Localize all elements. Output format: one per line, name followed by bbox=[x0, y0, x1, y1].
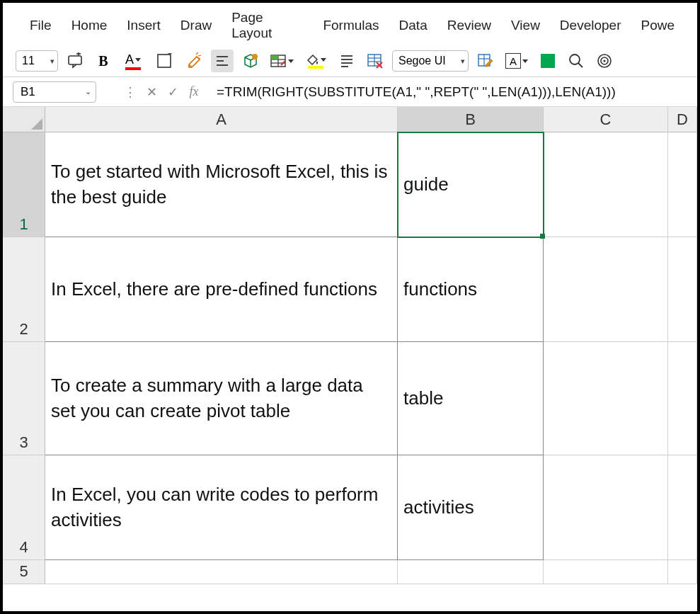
cell-D2[interactable] bbox=[668, 237, 697, 342]
row-5: 5 bbox=[3, 560, 697, 584]
target-button[interactable] bbox=[593, 50, 616, 72]
border-button[interactable] bbox=[151, 50, 177, 72]
spreadsheet: A B C D 1 To get started with Microsoft … bbox=[3, 107, 697, 611]
formula-input[interactable] bbox=[208, 84, 687, 100]
bold-button[interactable]: B bbox=[92, 50, 115, 72]
row-header-2[interactable]: 2 bbox=[3, 237, 45, 342]
menu-review[interactable]: Review bbox=[447, 18, 491, 33]
svg-rect-0 bbox=[69, 56, 81, 64]
svg-rect-3 bbox=[158, 55, 171, 67]
fill-color-underline bbox=[308, 66, 323, 69]
cell-A3[interactable]: To create a summary with a large data se… bbox=[45, 342, 398, 455]
conditional-format-button[interactable] bbox=[268, 50, 296, 72]
fill-color-button[interactable] bbox=[302, 50, 330, 72]
cell-A1[interactable]: To get started with Microsoft Excel, thi… bbox=[45, 132, 398, 237]
sheet-edit-button[interactable] bbox=[474, 50, 497, 72]
cell-B1[interactable]: guide bbox=[398, 132, 544, 237]
chevron-down-icon: ▾ bbox=[461, 57, 465, 66]
formula-bar: B1 ⌄ ⋮ ✕ ✓ fx bbox=[3, 77, 697, 107]
chevron-down-icon bbox=[288, 59, 294, 63]
excel-window: File Home Insert Draw Page Layout Formul… bbox=[3, 3, 697, 611]
fx-label[interactable]: fx bbox=[185, 84, 202, 99]
svg-line-27 bbox=[578, 63, 583, 67]
cell-B4[interactable]: activities bbox=[398, 455, 544, 560]
row-1: 1 To get started with Microsoft Excel, t… bbox=[3, 132, 697, 237]
row-4: 4 In Excel, you can write codes to perfo… bbox=[3, 455, 697, 560]
menu-file[interactable]: File bbox=[30, 18, 52, 33]
cell-A4[interactable]: In Excel, you can write codes to perform… bbox=[45, 455, 398, 560]
green-square-button[interactable] bbox=[537, 50, 559, 72]
font-name-select[interactable]: Segoe UI ▾ bbox=[392, 50, 469, 72]
select-all-corner[interactable] bbox=[3, 107, 45, 132]
justify-button[interactable] bbox=[335, 50, 358, 72]
cell-D1[interactable] bbox=[668, 132, 697, 237]
menu-data[interactable]: Data bbox=[399, 18, 428, 33]
enter-icon[interactable]: ✓ bbox=[164, 84, 181, 100]
svg-point-9 bbox=[252, 54, 258, 59]
icon-3d-button[interactable] bbox=[239, 50, 262, 72]
formula-bar-buttons: ⋮ ✕ ✓ fx bbox=[122, 84, 202, 100]
column-headers: A B C D bbox=[3, 107, 697, 132]
cell-C5[interactable] bbox=[544, 560, 668, 584]
menu-developer[interactable]: Developer bbox=[560, 18, 621, 33]
row-header-4[interactable]: 4 bbox=[3, 455, 45, 560]
chevron-down-icon bbox=[135, 58, 141, 62]
toolbar: 11 ▾ B A bbox=[3, 47, 697, 77]
menu-draw[interactable]: Draw bbox=[180, 18, 212, 33]
row-header-3[interactable]: 3 bbox=[3, 342, 45, 455]
font-color-letter: A bbox=[125, 52, 134, 67]
zoom-button[interactable] bbox=[565, 50, 587, 72]
cell-C2[interactable] bbox=[544, 237, 668, 342]
svg-point-26 bbox=[570, 55, 580, 64]
chevron-down-icon: ▾ bbox=[50, 57, 54, 66]
rows: 1 To get started with Microsoft Excel, t… bbox=[3, 132, 697, 611]
col-header-A[interactable]: A bbox=[45, 107, 398, 132]
row-2: 2 In Excel, there are pre-defined functi… bbox=[3, 237, 697, 342]
cell-D3[interactable] bbox=[668, 342, 697, 455]
menu-view[interactable]: View bbox=[511, 18, 540, 33]
cell-B3[interactable]: table bbox=[398, 342, 544, 455]
cell-B2[interactable]: functions bbox=[398, 237, 544, 342]
bold-label: B bbox=[98, 53, 108, 69]
cell-C4[interactable] bbox=[544, 455, 668, 560]
font-name-value: Segoe UI bbox=[398, 55, 446, 67]
a-box-button[interactable]: A bbox=[503, 50, 531, 72]
align-left-button[interactable] bbox=[211, 50, 234, 72]
cell-A5[interactable] bbox=[45, 560, 398, 584]
menu-insert[interactable]: Insert bbox=[127, 18, 161, 33]
chevron-down-icon: ⌄ bbox=[85, 87, 91, 96]
cell-D5[interactable] bbox=[668, 560, 697, 584]
row-3: 3 To create a summary with a large data … bbox=[3, 342, 697, 455]
font-color-underline bbox=[125, 67, 141, 70]
cell-A2[interactable]: In Excel, there are pre-defined function… bbox=[45, 237, 398, 342]
cell-C1[interactable] bbox=[544, 132, 668, 237]
row-header-1[interactable]: 1 bbox=[3, 132, 45, 237]
menu-formulas[interactable]: Formulas bbox=[323, 18, 379, 33]
comment-button[interactable] bbox=[64, 50, 86, 72]
cell-C3[interactable] bbox=[544, 342, 668, 455]
menu-page-layout[interactable]: Page Layout bbox=[231, 10, 303, 41]
cell-D4[interactable] bbox=[668, 455, 697, 560]
svg-rect-14 bbox=[271, 55, 278, 59]
cancel-icon[interactable]: ✕ bbox=[143, 84, 160, 100]
delete-table-button[interactable] bbox=[364, 50, 386, 72]
colon-icon: ⋮ bbox=[122, 84, 139, 100]
menu-power[interactable]: Powe bbox=[641, 18, 675, 33]
name-box[interactable]: B1 ⌄ bbox=[13, 81, 96, 103]
menu-home[interactable]: Home bbox=[71, 18, 108, 33]
font-color-button[interactable]: A bbox=[120, 50, 146, 72]
font-size-value: 11 bbox=[22, 55, 35, 67]
name-box-value: B1 bbox=[21, 85, 35, 99]
menubar: File Home Insert Draw Page Layout Formul… bbox=[3, 3, 697, 47]
col-header-B[interactable]: B bbox=[398, 107, 544, 132]
col-header-D[interactable]: D bbox=[668, 107, 697, 132]
row-header-5[interactable]: 5 bbox=[3, 560, 45, 584]
clear-format-button[interactable] bbox=[183, 50, 205, 72]
cell-B5[interactable] bbox=[398, 560, 544, 584]
green-square-icon bbox=[541, 54, 555, 68]
svg-point-30 bbox=[603, 59, 605, 62]
chevron-down-icon bbox=[321, 58, 326, 62]
font-size-select[interactable]: 11 ▾ bbox=[16, 50, 58, 72]
col-header-C[interactable]: C bbox=[544, 107, 668, 132]
a-box-label: A bbox=[505, 53, 521, 69]
